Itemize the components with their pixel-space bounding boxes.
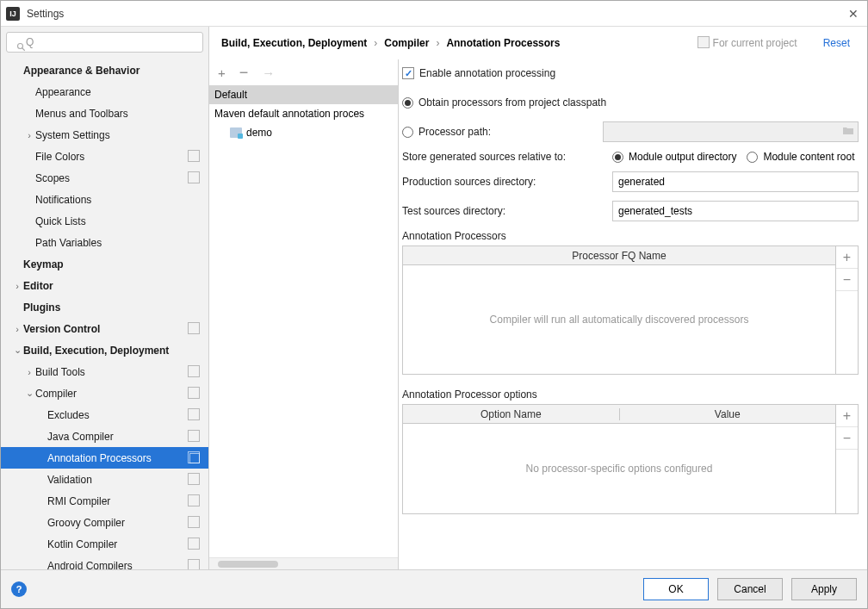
opt-remove-icon[interactable]: − (836, 427, 858, 450)
store-relative-label: Store generated sources relative to: (402, 151, 612, 163)
enable-annotation-checkbox[interactable]: ✓ (402, 67, 414, 79)
module-output-label: Module output directory (629, 151, 736, 163)
obtain-classpath-label: Obtain processors from project classpath (418, 96, 606, 109)
content-header: Build, Execution, Deployment › Compiler … (209, 27, 867, 59)
ap-remove-icon[interactable]: − (836, 269, 858, 291)
close-icon[interactable]: ✕ (845, 7, 862, 21)
sidebar-item-appearance[interactable]: Appearance (1, 81, 208, 103)
processor-path-radio[interactable] (402, 127, 413, 138)
settings-sidebar: Appearance & BehaviorAppearanceMenus and… (1, 27, 209, 569)
production-dir-input[interactable] (612, 171, 859, 192)
opt-section-label: Annotation Processor options (402, 388, 859, 401)
sidebar-item-appearance-behavior[interactable]: Appearance & Behavior (1, 59, 208, 81)
opt-table: Option Name Value No processor-specific … (402, 404, 859, 514)
svg-point-0 (18, 44, 23, 49)
reset-link[interactable]: Reset (823, 37, 850, 49)
move-profile-icon[interactable]: → (262, 65, 275, 80)
titlebar: IJ Settings ✕ (1, 1, 867, 27)
module-output-radio[interactable] (612, 152, 623, 163)
project-scope-icon (189, 496, 200, 506)
sidebar-item-excludes[interactable]: Excludes (1, 404, 208, 426)
sidebar-item-validation[interactable]: Validation (1, 469, 208, 490)
module-icon (230, 127, 242, 138)
sidebar-item-menus-and-toolbars[interactable]: Menus and Toolbars (1, 103, 208, 124)
settings-tree: Appearance & BehaviorAppearanceMenus and… (1, 58, 208, 569)
test-dir-input[interactable] (612, 201, 859, 221)
opt-add-icon[interactable]: + (836, 405, 858, 427)
sidebar-item-build-tools[interactable]: ›Build Tools (1, 361, 208, 382)
settings-form: ✓ Enable annotation processing Obtain pr… (399, 59, 867, 569)
sidebar-item-plugins[interactable]: Plugins (1, 296, 208, 318)
opt-col-value: Value (620, 408, 836, 420)
sidebar-item-path-variables[interactable]: Path Variables (1, 232, 208, 253)
breadcrumb-b[interactable]: Compiler (384, 37, 429, 49)
project-scope-icon (189, 453, 200, 463)
project-scope-icon (189, 475, 200, 485)
cancel-button[interactable]: Cancel (717, 578, 783, 600)
sidebar-item-build-execution-deployment[interactable]: ⌄Build, Execution, Deployment (1, 339, 208, 361)
obtain-classpath-radio[interactable] (402, 97, 413, 109)
sidebar-item-version-control[interactable]: ›Version Control (1, 318, 208, 339)
sidebar-item-rmi-compiler[interactable]: RMI Compiler (1, 490, 208, 512)
profile-item[interactable]: Default (209, 85, 398, 104)
processor-path-field[interactable] (603, 121, 859, 142)
search-input[interactable] (6, 32, 203, 53)
project-scope-icon (189, 410, 200, 420)
test-dir-label: Test sources directory: (402, 205, 612, 217)
breadcrumb-a[interactable]: Build, Execution, Deployment (221, 37, 367, 49)
breadcrumb-c: Annotation Processors (446, 37, 560, 49)
sidebar-item-compiler[interactable]: ⌄Compiler (1, 382, 208, 404)
profile-item[interactable]: demo (209, 123, 398, 142)
module-content-root-label: Module content root (763, 151, 854, 163)
sidebar-item-system-settings[interactable]: ›System Settings (1, 124, 208, 146)
project-scope-icon (699, 38, 710, 48)
apply-button[interactable]: Apply (791, 578, 857, 600)
project-scope-icon (189, 152, 200, 162)
profile-panel: + − → DefaultMaven default annotation pr… (209, 59, 399, 569)
ap-table: Processor FQ Name Compiler will run all … (402, 245, 859, 375)
window-title: Settings (27, 8, 845, 20)
svg-line-1 (22, 48, 25, 51)
remove-profile-icon[interactable]: − (239, 64, 249, 82)
ap-add-icon[interactable]: + (836, 246, 858, 269)
project-scope-icon (189, 518, 200, 528)
sidebar-item-keymap[interactable]: Keymap (1, 253, 208, 275)
add-profile-icon[interactable]: + (218, 65, 226, 80)
project-scope-icon (189, 388, 200, 399)
project-scope-icon (189, 561, 200, 570)
profile-item[interactable]: Maven default annotation proces (209, 104, 398, 123)
ap-empty-text: Compiler will run all automatically disc… (403, 265, 835, 374)
project-scope-icon (189, 539, 200, 550)
search-icon (16, 42, 27, 53)
profile-list: DefaultMaven default annotation procesde… (209, 85, 398, 557)
project-scope-icon (189, 367, 200, 377)
ok-button[interactable]: OK (643, 578, 709, 600)
ap-section-label: Annotation Processors (402, 230, 859, 242)
sidebar-item-android-compilers[interactable]: Android Compilers (1, 555, 208, 569)
project-scope-icon (189, 432, 200, 442)
opt-col-name: Option Name (403, 408, 620, 420)
sidebar-item-scopes[interactable]: Scopes (1, 167, 208, 189)
opt-empty-text: No processor-specific options configured (403, 424, 835, 513)
processor-path-label: Processor path: (418, 126, 491, 138)
profile-hscroll[interactable] (209, 557, 398, 569)
app-icon: IJ (6, 7, 20, 21)
sidebar-item-java-compiler[interactable]: Java Compiler (1, 426, 208, 447)
project-scope-icon (189, 173, 200, 183)
production-dir-label: Production sources directory: (402, 176, 612, 188)
sidebar-item-notifications[interactable]: Notifications (1, 189, 208, 210)
sidebar-item-editor[interactable]: ›Editor (1, 275, 208, 296)
for-current-project: For current project (699, 37, 797, 49)
module-content-root-radio[interactable] (747, 152, 758, 163)
browse-icon[interactable] (842, 125, 854, 138)
help-icon[interactable]: ? (11, 581, 27, 597)
sidebar-item-file-colors[interactable]: File Colors (1, 146, 208, 167)
project-scope-icon (189, 324, 200, 334)
enable-annotation-label: Enable annotation processing (419, 67, 555, 79)
dialog-footer: ? OK Cancel Apply (1, 569, 867, 608)
sidebar-item-groovy-compiler[interactable]: Groovy Compiler (1, 512, 208, 533)
sidebar-item-quick-lists[interactable]: Quick Lists (1, 210, 208, 232)
ap-col-fqname: Processor FQ Name (403, 250, 835, 262)
sidebar-item-kotlin-compiler[interactable]: Kotlin Compiler (1, 533, 208, 555)
sidebar-item-annotation-processors[interactable]: Annotation Processors (1, 447, 208, 469)
